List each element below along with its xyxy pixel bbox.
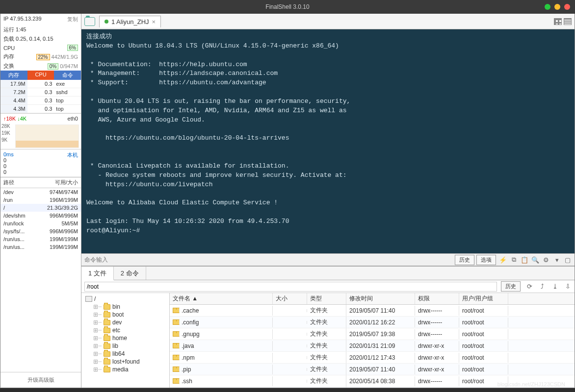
sidebar: IP 47.95.13.239 复制 运行 1:45 负载 0.25, 0.14…	[0, 14, 81, 388]
tree-item[interactable]: ⊞┈home	[83, 334, 167, 342]
folder-icon	[173, 331, 180, 337]
tab-files[interactable]: 1 文件	[81, 267, 114, 280]
file-row[interactable]: .gnupg文件夹2019/05/07 19:38drwx------root/…	[170, 328, 575, 340]
tab-close-icon[interactable]: ×	[152, 18, 156, 25]
file-tree[interactable]: / ⊞┈bin⊞┈boot⊞┈dev⊞┈etc⊞┈home⊞┈lib⊞┈lib6…	[81, 293, 170, 388]
tree-item[interactable]: ⊞┈bin	[83, 303, 167, 311]
search-icon[interactable]: 🔍	[531, 256, 539, 264]
file-list[interactable]: 文件名 ▲ 大小 类型 修改时间 权限 用户/用户组 .cache文件夹2019…	[170, 293, 575, 388]
tree-item[interactable]: ⊞┈boot	[83, 311, 167, 318]
proc-row[interactable]: 17.9M0.3exe	[0, 80, 81, 88]
paste-icon[interactable]: 📋	[521, 256, 528, 264]
folder-icon	[104, 351, 110, 357]
tree-item[interactable]: ⊞┈lib	[83, 342, 167, 350]
network-row: ↑18K ↓4K eth0	[0, 113, 81, 123]
folder-icon[interactable]	[84, 17, 95, 26]
chevron-down-icon[interactable]: ▾	[553, 256, 561, 264]
proc-row[interactable]: 4.4M0.3top	[0, 97, 81, 105]
folder-icon	[173, 343, 180, 348]
command-input[interactable]	[84, 256, 453, 263]
folder-icon	[104, 336, 110, 341]
folder-icon	[173, 319, 180, 325]
tree-root[interactable]: /	[83, 295, 167, 303]
close-button[interactable]	[564, 4, 570, 10]
download-all-icon[interactable]: ⇩	[564, 283, 572, 291]
grid-view-icon[interactable]	[554, 18, 562, 25]
tabbar: 1 Aliyun_ZHJ ×	[81, 14, 575, 29]
copy-icon[interactable]: ⧉	[510, 256, 518, 264]
titlebar: FinalShell 3.0.10	[0, 0, 575, 14]
options-button[interactable]: 选项	[476, 255, 496, 265]
folder-icon	[173, 308, 180, 313]
maximize-button[interactable]	[554, 4, 560, 10]
window-controls	[545, 4, 570, 10]
status-dot-icon	[105, 20, 108, 24]
window-title: FinalShell 3.0.10	[265, 3, 309, 10]
path-history-button[interactable]: 历史	[501, 281, 521, 292]
tree-item[interactable]: ⊞┈dev	[83, 318, 167, 326]
proc-header[interactable]: 内存 CPU 命令	[0, 71, 81, 80]
file-row[interactable]: .cache文件夹2019/05/07 11:40drwx------root/…	[170, 305, 575, 317]
copy-button[interactable]: 复制	[67, 16, 78, 23]
disk-row[interactable]: /dev/shm996M/996M	[0, 212, 81, 220]
history-button[interactable]: 历史	[455, 255, 474, 265]
watermark: blog.csdn.net/ZHJ123CSDN	[497, 381, 565, 387]
path-input[interactable]	[84, 282, 497, 292]
upload-icon[interactable]: ⤴	[538, 283, 546, 291]
terminal[interactable]: 连接成功 Welcome to Ubuntu 18.04.3 LTS (GNU/…	[81, 29, 575, 253]
session-tab[interactable]: 1 Aliyun_ZHJ ×	[99, 16, 161, 27]
network-chart	[15, 124, 79, 148]
file-pane: 1 文件 2 命令 历史 ⟳ ⤴ ⤓ ⇩ / ⊞┈bin⊞┈boot⊞┈dev⊞…	[81, 266, 575, 388]
folder-icon	[104, 328, 110, 333]
disk-row[interactable]: /run/us...199M/199M	[0, 243, 81, 251]
disk-row[interactable]: /21.3G/39.2G	[0, 204, 81, 212]
folder-icon	[104, 367, 110, 372]
file-row[interactable]: .java文件夹2020/01/31 21:09drwxr-xr-xroot/r…	[170, 340, 575, 352]
file-list-header[interactable]: 文件名 ▲ 大小 类型 修改时间 权限 用户/用户组	[170, 293, 575, 305]
ip-row: IP 47.95.13.239 复制	[0, 14, 81, 25]
disk-row[interactable]: /run/us...199M/199M	[0, 235, 81, 243]
tree-item[interactable]: ⊞┈lib64	[83, 350, 167, 358]
folder-icon	[173, 378, 180, 384]
file-row[interactable]: .pip文件夹2019/05/07 11:40drwxr-xr-xroot/ro…	[170, 364, 575, 375]
expand-icon[interactable]: ▢	[564, 256, 572, 264]
proc-row[interactable]: 7.2M0.3sshd	[0, 88, 81, 97]
bolt-icon[interactable]: ⚡	[499, 256, 507, 264]
proc-row[interactable]: 4.3M0.3top	[0, 105, 81, 113]
folder-icon	[104, 304, 110, 310]
disk-row[interactable]: /run/lock5M/5M	[0, 220, 81, 227]
disk-row[interactable]: /dev974M/974M	[0, 188, 81, 196]
gear-icon[interactable]: ⚙	[542, 256, 550, 264]
folder-icon	[104, 359, 110, 365]
folder-icon	[173, 367, 180, 372]
tab-commands[interactable]: 2 命令	[114, 267, 146, 280]
file-row[interactable]: .npm文件夹2020/01/12 17:43drwxr-xr-xroot/ro…	[170, 352, 575, 364]
folder-icon	[104, 312, 110, 318]
download-icon[interactable]: ⤓	[551, 283, 559, 291]
minimize-button[interactable]	[545, 4, 550, 10]
upgrade-link[interactable]: 升级高级版	[0, 372, 81, 388]
refresh-icon[interactable]: ⟳	[525, 283, 533, 291]
tree-item[interactable]: ⊞┈lost+found	[83, 358, 167, 366]
disk-icon	[85, 296, 92, 302]
folder-icon	[173, 355, 180, 360]
file-row[interactable]: .config文件夹2020/01/12 16:22drwx------root…	[170, 317, 575, 328]
command-bar: 历史 选项 ⚡ ⧉ 📋 🔍 ⚙ ▾ ▢	[81, 253, 575, 266]
list-view-icon[interactable]	[564, 18, 572, 25]
disk-row[interactable]: /sys/fs/...996M/996M	[0, 227, 81, 235]
disk-header: 路径 可用/大小	[0, 177, 81, 188]
tree-item[interactable]: ⊞┈media	[83, 366, 167, 373]
file-row[interactable]: .vim文件夹2020/02/03 15:27drwxr-xr-xroot/ro…	[170, 387, 575, 388]
cpu-badge: 6%	[67, 45, 78, 51]
disk-row[interactable]: /run196M/199M	[0, 196, 81, 204]
tree-item[interactable]: ⊞┈etc	[83, 326, 167, 334]
ip-address: 47.95.13.239	[10, 16, 41, 22]
folder-icon	[104, 343, 110, 349]
folder-icon	[104, 320, 110, 325]
